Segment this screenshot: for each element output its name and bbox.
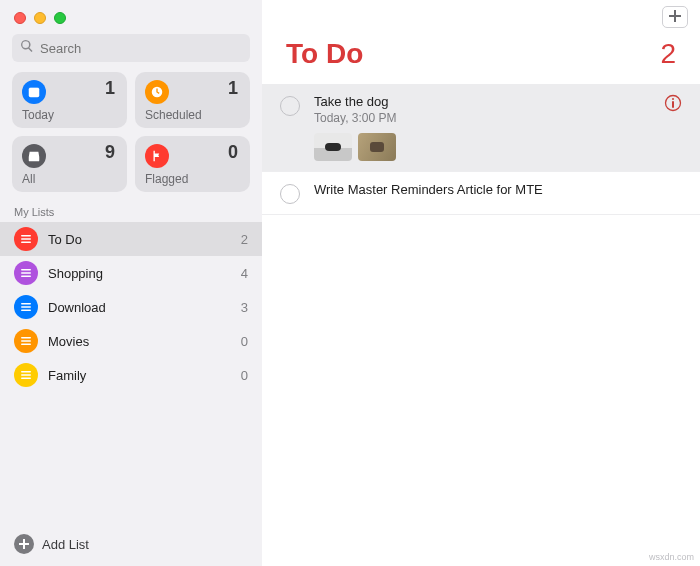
svg-rect-15	[21, 371, 31, 373]
svg-rect-1	[29, 88, 40, 91]
watermark: wsxdn.com	[649, 552, 694, 562]
svg-rect-12	[21, 337, 31, 339]
smart-list-count: 0	[228, 142, 238, 163]
sidebar-section-label: My Lists	[0, 202, 262, 222]
list-item-label: To Do	[48, 232, 241, 247]
svg-rect-11	[21, 309, 31, 311]
reminder-attachments	[314, 133, 664, 161]
info-button[interactable]	[664, 94, 682, 112]
list-header: To Do 2	[262, 34, 700, 84]
svg-rect-14	[21, 343, 31, 345]
smart-list-scheduled[interactable]: 1 Scheduled	[135, 72, 250, 128]
smart-list-label: Flagged	[145, 172, 238, 186]
minimize-window-button[interactable]	[34, 12, 46, 24]
search-wrap	[0, 34, 262, 72]
sidebar-list-item[interactable]: Movies0	[0, 324, 262, 358]
smart-list-label: Today	[22, 108, 115, 122]
add-list-button[interactable]: Add List	[14, 534, 89, 554]
sidebar-lists: To Do2Shopping4Download3Movies0Family0	[0, 222, 262, 392]
smart-list-all[interactable]: 9 All	[12, 136, 127, 192]
svg-rect-17	[21, 377, 31, 379]
svg-rect-10	[21, 306, 31, 308]
reminders: Take the dogToday, 3:00 PMWrite Master R…	[262, 84, 700, 215]
reminder-body: Take the dogToday, 3:00 PM	[314, 94, 664, 161]
svg-rect-8	[21, 275, 31, 277]
attachment-thumbnail[interactable]	[358, 133, 396, 161]
close-window-button[interactable]	[14, 12, 26, 24]
svg-rect-7	[21, 272, 31, 274]
list-bullet-icon	[14, 295, 38, 319]
reminder-row[interactable]: Take the dogToday, 3:00 PM	[262, 84, 700, 172]
add-list-label: Add List	[42, 537, 89, 552]
search-icon	[20, 39, 34, 57]
list-count: 2	[660, 38, 676, 70]
smart-list-label: Scheduled	[145, 108, 238, 122]
reminder-title: Write Master Reminders Article for MTE	[314, 182, 682, 197]
toolbar	[262, 0, 700, 34]
smart-list-label: All	[22, 172, 115, 186]
attachment-thumbnail[interactable]	[314, 133, 352, 161]
list-bullet-icon	[14, 329, 38, 353]
sidebar: 1 Today 1 Scheduled 9 All	[0, 0, 262, 566]
reminder-body: Write Master Reminders Article for MTE	[314, 182, 682, 204]
list-item-count: 0	[241, 368, 248, 383]
tray-icon	[22, 144, 46, 168]
list-item-label: Family	[48, 368, 241, 383]
list-item-label: Movies	[48, 334, 241, 349]
reminder-subtitle: Today, 3:00 PM	[314, 111, 664, 125]
search-field[interactable]	[12, 34, 250, 62]
sidebar-list-item[interactable]: Family0	[0, 358, 262, 392]
list-bullet-icon	[14, 363, 38, 387]
smart-list-flagged[interactable]: 0 Flagged	[135, 136, 250, 192]
sidebar-list-item[interactable]: To Do2	[0, 222, 262, 256]
calendar-icon	[22, 80, 46, 104]
list-bullet-icon	[14, 227, 38, 251]
list-item-count: 2	[241, 232, 248, 247]
list-item-count: 0	[241, 334, 248, 349]
new-reminder-button[interactable]	[662, 6, 688, 28]
complete-checkbox[interactable]	[280, 184, 300, 204]
list-title: To Do	[286, 38, 363, 70]
main-pane: To Do 2 Take the dogToday, 3:00 PMWrite …	[262, 0, 700, 566]
search-input[interactable]	[34, 41, 242, 56]
complete-checkbox[interactable]	[280, 96, 300, 116]
plus-circle-icon	[14, 534, 34, 554]
list-bullet-icon	[14, 261, 38, 285]
list-item-label: Shopping	[48, 266, 241, 281]
smart-list-today[interactable]: 1 Today	[12, 72, 127, 128]
reminder-title: Take the dog	[314, 94, 664, 109]
zoom-window-button[interactable]	[54, 12, 66, 24]
smart-list-count: 9	[105, 142, 115, 163]
reminder-row[interactable]: Write Master Reminders Article for MTE	[262, 172, 700, 215]
svg-rect-5	[21, 241, 31, 243]
list-item-count: 4	[241, 266, 248, 281]
clock-icon	[145, 80, 169, 104]
smart-list-cards: 1 Today 1 Scheduled 9 All	[0, 72, 262, 202]
svg-rect-9	[21, 303, 31, 305]
list-item-label: Download	[48, 300, 241, 315]
svg-rect-6	[21, 269, 31, 271]
window-controls	[0, 0, 262, 34]
svg-rect-3	[21, 235, 31, 237]
plus-icon	[669, 8, 681, 26]
svg-rect-16	[21, 374, 31, 376]
svg-rect-13	[21, 340, 31, 342]
svg-rect-4	[21, 238, 31, 240]
smart-list-count: 1	[105, 78, 115, 99]
sidebar-list-item[interactable]: Shopping4	[0, 256, 262, 290]
smart-list-count: 1	[228, 78, 238, 99]
sidebar-list-item[interactable]: Download3	[0, 290, 262, 324]
app-window: 1 Today 1 Scheduled 9 All	[0, 0, 700, 566]
flag-icon	[145, 144, 169, 168]
list-item-count: 3	[241, 300, 248, 315]
